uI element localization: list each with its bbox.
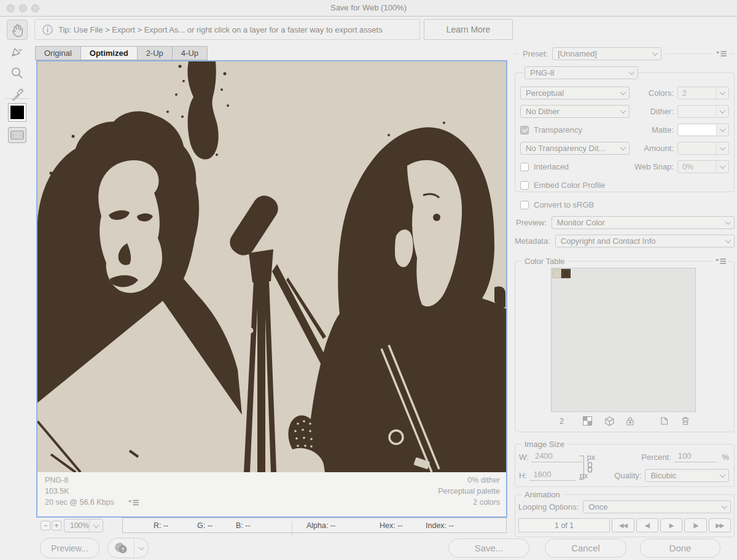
slice-select-tool[interactable] bbox=[9, 44, 26, 61]
browser-preview-icon[interactable]: ? bbox=[108, 539, 134, 558]
height-row: H: 1600 px Quality: Bicubic bbox=[519, 469, 729, 481]
colors-label: Colors: bbox=[649, 88, 677, 98]
chevron-down-icon bbox=[718, 505, 730, 509]
interlaced-checkbox[interactable] bbox=[520, 163, 529, 171]
play-button[interactable]: ▶ bbox=[660, 518, 682, 532]
transparency-row: Transparency Matte: bbox=[520, 123, 729, 136]
metadata-select[interactable]: Copyright and Contact Info bbox=[555, 235, 735, 247]
looping-options-value: Once bbox=[583, 502, 718, 511]
preset-select[interactable]: [Unnamed] bbox=[552, 47, 661, 60]
map-transparency-button[interactable] bbox=[583, 416, 592, 426]
tip-text: Tip: Use File > Export > Export As... or… bbox=[58, 25, 383, 34]
matte-swatch bbox=[679, 125, 716, 135]
amount-label: Amount: bbox=[644, 144, 677, 153]
eyedropper-tool[interactable] bbox=[9, 85, 26, 103]
zoom-level-select[interactable]: 100% bbox=[64, 519, 103, 532]
preset-value: [Unnamed] bbox=[553, 49, 649, 58]
height-label: H: bbox=[519, 471, 529, 480]
browser-preview-split-button[interactable]: ? bbox=[107, 538, 149, 558]
chevron-down-icon bbox=[138, 544, 144, 550]
toggle-slices-visibility-button[interactable] bbox=[8, 127, 26, 143]
status-right-column: 0% dither Perceptual palette 2 colors bbox=[438, 475, 500, 508]
preview-mode-value: Monitor Color bbox=[552, 218, 722, 227]
quality-value: Bicubic bbox=[645, 471, 716, 480]
new-color-button[interactable] bbox=[660, 416, 668, 426]
palette-row: Perceptual Colors: 2 bbox=[520, 87, 729, 99]
dither-label: Dither: bbox=[650, 107, 677, 116]
animation-title: Animation bbox=[521, 490, 563, 499]
preview-mode-select[interactable]: Monitor Color bbox=[552, 216, 735, 229]
embed-color-profile-checkbox[interactable] bbox=[520, 181, 529, 190]
format-select[interactable]: PNG-8 bbox=[524, 66, 638, 79]
color-table-menu-button[interactable] bbox=[714, 258, 728, 265]
metadata-value: Copyright and Contact Info bbox=[556, 236, 722, 246]
learn-more-button[interactable]: Learn More bbox=[424, 19, 513, 40]
optimized-preview-pane[interactable]: PNG-8 103.5K 20 sec @ 56.6 Kbps 0% dithe… bbox=[36, 60, 507, 518]
color-table-swatches[interactable] bbox=[551, 268, 696, 412]
color-count: 2 bbox=[560, 417, 564, 426]
previous-frame-button[interactable]: ◀| bbox=[636, 518, 658, 532]
tab-original[interactable]: Original bbox=[35, 46, 81, 60]
palette-select[interactable]: Perceptual bbox=[520, 87, 630, 99]
zoom-in-button[interactable]: + bbox=[52, 521, 61, 531]
optimized-image-preview[interactable] bbox=[37, 61, 506, 472]
web-snap-value: 0% bbox=[678, 163, 716, 171]
color-swatch-1[interactable] bbox=[552, 269, 561, 278]
delete-color-button[interactable] bbox=[681, 416, 690, 426]
next-frame-button[interactable]: |▶ bbox=[684, 518, 706, 532]
tab-2up[interactable]: 2-Up bbox=[137, 46, 173, 60]
chevron-down-icon bbox=[716, 87, 728, 99]
animation-group: Animation Looping Options: Once 1 of 1 ◀… bbox=[515, 494, 735, 537]
web-snap-select[interactable]: 0% bbox=[677, 160, 729, 173]
format-settings-group: PNG-8 Perceptual Colors: 2 No Dither Dit… bbox=[515, 72, 735, 192]
convert-srgb-checkbox[interactable] bbox=[520, 201, 529, 209]
width-input[interactable]: 2400 bbox=[531, 451, 583, 462]
dither-amount-select[interactable] bbox=[677, 105, 729, 118]
first-frame-button[interactable]: ◀◀ bbox=[612, 518, 634, 532]
color-swatch-2[interactable] bbox=[561, 269, 571, 278]
zoom-out-button[interactable]: − bbox=[41, 521, 50, 531]
eyedropper-color-swatch[interactable] bbox=[8, 103, 26, 122]
color-readout-bar: R: -- G: -- B: -- Alpha: -- Hex: -- Inde… bbox=[122, 518, 507, 533]
save-button[interactable]: Save... bbox=[448, 539, 529, 558]
colors-select[interactable]: 2 bbox=[677, 87, 729, 99]
browser-select-dropdown-button[interactable] bbox=[134, 539, 148, 558]
chevron-down-icon bbox=[617, 109, 629, 114]
preview-in-browser-button[interactable]: Preview... bbox=[40, 538, 99, 558]
divider bbox=[731, 53, 735, 54]
lock-color-button[interactable] bbox=[626, 416, 634, 426]
readout-blue: B: -- bbox=[236, 521, 251, 530]
info-icon bbox=[42, 25, 53, 35]
quality-select[interactable]: Bicubic bbox=[645, 469, 729, 482]
percent-input[interactable]: 100 bbox=[674, 451, 717, 462]
transparency-dither-select[interactable]: No Transparency Dit... bbox=[520, 142, 630, 155]
dither-method-select[interactable]: No Dither bbox=[520, 105, 630, 118]
zoom-level-dropdown-button[interactable] bbox=[89, 519, 103, 532]
constrain-proportions-toggle[interactable] bbox=[587, 462, 593, 473]
zoom-tool[interactable] bbox=[9, 64, 26, 82]
hand-tool[interactable] bbox=[7, 20, 28, 40]
preview-row: Preview: Monitor Color bbox=[515, 216, 735, 229]
height-input[interactable]: 1600 bbox=[529, 470, 575, 481]
chevron-down-icon bbox=[722, 239, 734, 243]
last-frame-button[interactable]: ▶▶ bbox=[709, 518, 731, 532]
svg-text:?: ? bbox=[121, 546, 125, 553]
looping-options-select[interactable]: Once bbox=[583, 500, 731, 513]
matte-label: Matte: bbox=[652, 125, 677, 134]
web-shift-button[interactable] bbox=[605, 416, 614, 426]
readout-green: G: -- bbox=[197, 521, 213, 530]
matte-select[interactable] bbox=[677, 123, 729, 136]
tab-4up[interactable]: 4-Up bbox=[172, 46, 208, 60]
status-left-column: PNG-8 103.5K 20 sec @ 56.6 Kbps bbox=[45, 475, 114, 508]
preset-menu-button[interactable] bbox=[716, 50, 727, 57]
settings-panel: Preset: [Unnamed] PNG-8 Perceptual Color… bbox=[515, 43, 735, 537]
tab-optimized[interactable]: Optimized bbox=[80, 46, 138, 60]
preset-row: Preset: [Unnamed] bbox=[515, 47, 735, 60]
download-speed-menu-button[interactable] bbox=[128, 499, 139, 506]
cancel-button[interactable]: Cancel bbox=[545, 539, 626, 558]
divider bbox=[515, 53, 518, 54]
done-button[interactable]: Done bbox=[640, 539, 720, 558]
amount-select[interactable] bbox=[677, 142, 729, 155]
format-value: PNG-8 bbox=[525, 68, 625, 77]
transparency-checkbox[interactable] bbox=[520, 126, 529, 134]
